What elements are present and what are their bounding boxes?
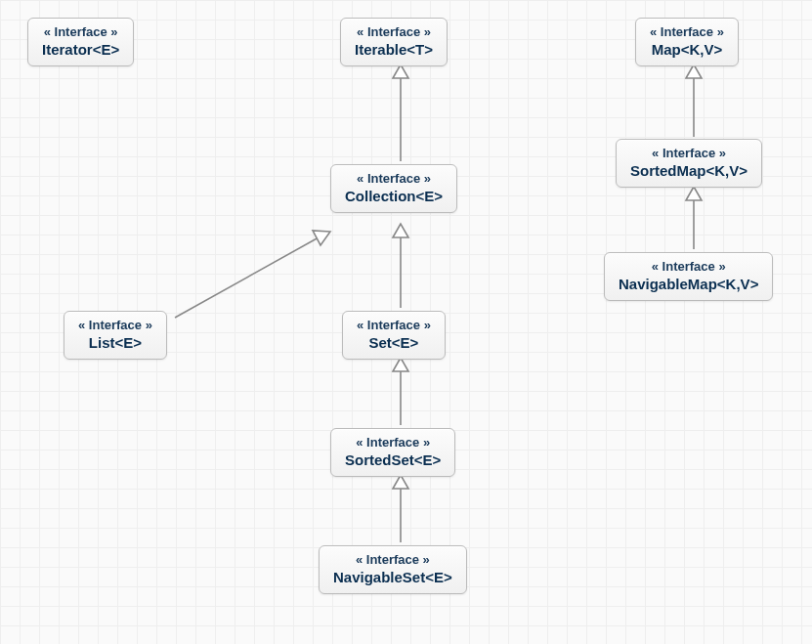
arrowhead-icon (686, 64, 702, 78)
node-map: « Interface » Map<K,V> (635, 18, 739, 66)
classname-label: NavigableSet<E> (333, 569, 452, 585)
arrowhead-icon (313, 231, 330, 245)
classname-label: Collection<E> (345, 188, 443, 204)
classname-label: NavigableMap<K,V> (619, 276, 758, 292)
node-sortedmap: « Interface » SortedMap<K,V> (616, 139, 762, 188)
edge-list-collection (175, 237, 319, 318)
arrowhead-icon (393, 358, 408, 371)
node-iterator: « Interface » Iterator<E> (27, 18, 134, 66)
classname-label: List<E> (78, 334, 152, 351)
node-iterable: « Interface » Iterable<T> (340, 18, 448, 66)
classname-label: SortedMap<K,V> (630, 162, 748, 179)
classname-label: Iterable<T> (355, 41, 433, 58)
classname-label: Map<K,V> (650, 41, 724, 58)
node-navigablemap: « Interface » NavigableMap<K,V> (604, 252, 773, 301)
node-sortedset: « Interface » SortedSet<E> (330, 428, 455, 477)
classname-label: Set<E> (357, 334, 431, 351)
arrowhead-icon (686, 187, 702, 200)
stereotype-label: « Interface » (355, 24, 433, 39)
node-list: « Interface » List<E> (64, 311, 167, 360)
stereotype-label: « Interface » (630, 146, 748, 160)
stereotype-label: « Interface » (650, 24, 724, 39)
stereotype-label: « Interface » (345, 171, 443, 186)
node-navigableset: « Interface » NavigableSet<E> (319, 545, 467, 594)
arrowhead-icon (393, 224, 408, 237)
node-set: « Interface » Set<E> (342, 311, 446, 360)
stereotype-label: « Interface » (345, 435, 441, 450)
stereotype-label: « Interface » (78, 318, 152, 332)
stereotype-label: « Interface » (42, 24, 119, 39)
classname-label: Iterator<E> (42, 41, 119, 58)
stereotype-label: « Interface » (619, 259, 758, 274)
stereotype-label: « Interface » (333, 552, 452, 567)
node-collection: « Interface » Collection<E> (330, 164, 457, 213)
arrowhead-icon (393, 64, 408, 78)
classname-label: SortedSet<E> (345, 451, 441, 468)
stereotype-label: « Interface » (357, 318, 431, 332)
arrowhead-icon (393, 475, 408, 489)
